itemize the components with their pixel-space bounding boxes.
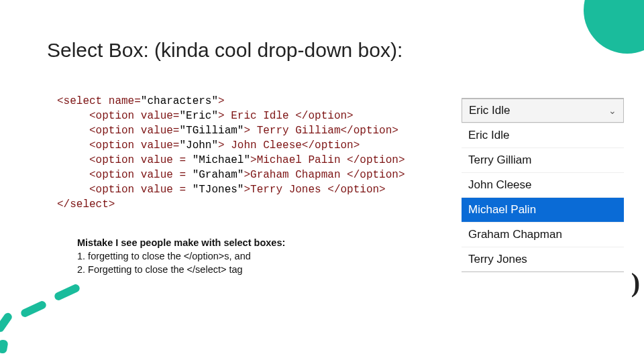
mistakes-note: Mistake I see people make with select bo…: [77, 236, 285, 276]
decor-circle: [584, 0, 644, 54]
slide-title: Select Box: (kinda cool drop-down box):: [47, 39, 402, 62]
mistakes-item-1: 1. forgetting to close the </option>s, a…: [77, 249, 285, 263]
code-block: <select name="characters"> <option value…: [57, 94, 405, 212]
dropdown-option[interactable]: Terry Gilliam: [462, 147, 624, 172]
dropdown-option[interactable]: Michael Palin: [462, 197, 624, 222]
partial-glyph: ): [631, 267, 640, 298]
dropdown-option[interactable]: Terry Jones: [462, 247, 624, 272]
decor-squiggle: [0, 288, 114, 349]
dropdown-list: Eric IdleTerry GilliamJohn CleeseMichael…: [462, 123, 624, 272]
dropdown-selected-label: Eric Idle: [469, 104, 510, 117]
dropdown-option[interactable]: John Cleese: [462, 172, 624, 197]
dropdown-option[interactable]: Graham Chapman: [462, 222, 624, 247]
dropdown-option[interactable]: Eric Idle: [462, 123, 624, 147]
mistakes-header: Mistake I see people make with select bo…: [77, 236, 285, 249]
dropdown-selected[interactable]: Eric Idle ⌄: [462, 99, 624, 123]
mistakes-item-2: 2. Forgetting to close the </select> tag: [77, 263, 285, 276]
dropdown-demo: Eric Idle ⌄ Eric IdleTerry GilliamJohn C…: [462, 98, 624, 272]
chevron-down-icon: ⌄: [608, 105, 616, 116]
